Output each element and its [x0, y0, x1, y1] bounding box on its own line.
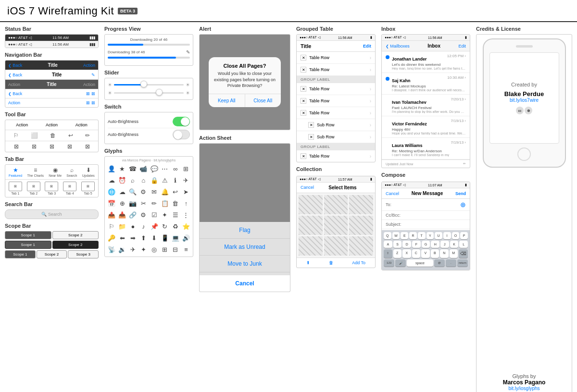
- key-u[interactable]: U: [435, 232, 442, 239]
- collection-cell-7[interactable]: [299, 236, 323, 256]
- tab-nearme[interactable]: ◉ Near Me: [49, 167, 62, 177]
- toolbar-flag-icon[interactable]: ⚐: [13, 132, 19, 139]
- key-y[interactable]: Y: [426, 232, 434, 239]
- collection-cancel-button[interactable]: Cancel: [301, 185, 314, 190]
- collection-cell-3[interactable]: [349, 195, 373, 214]
- inbox-compose-icon[interactable]: ✏: [463, 162, 466, 166]
- key-s[interactable]: S: [393, 241, 402, 248]
- collection-add-to-button[interactable]: Add To: [352, 260, 365, 265]
- switch-toggle-2[interactable]: [173, 130, 190, 139]
- scope-3-btn-1[interactable]: Scope 1: [5, 250, 36, 258]
- collection-cell-5[interactable]: [324, 216, 348, 235]
- key-h[interactable]: H: [431, 241, 439, 248]
- scope-3-btn-3[interactable]: Scope 3: [68, 250, 99, 258]
- key-shift[interactable]: ⇧: [384, 249, 392, 258]
- toolbar-box-3[interactable]: ⊠: [50, 143, 54, 150]
- collection-cell-6[interactable]: [349, 216, 373, 235]
- action-cancel-button[interactable]: Cancel: [200, 275, 290, 292]
- key-q[interactable]: Q: [384, 232, 391, 239]
- tab-box-5[interactable]: ⊠Tab 5: [81, 182, 95, 195]
- tab-charts[interactable]: ≡ The Charts: [27, 167, 44, 177]
- toolbar-box-2[interactable]: ⊠: [32, 143, 37, 150]
- nav-action-2[interactable]: ✎: [91, 73, 95, 77]
- key-123[interactable]: 123: [384, 259, 394, 267]
- key-n[interactable]: N: [440, 249, 449, 258]
- key-j[interactable]: J: [440, 241, 449, 248]
- credits-home-button[interactable]: [517, 147, 531, 161]
- toolbar-action-3[interactable]: Action: [75, 122, 88, 127]
- key-return[interactable]: return: [457, 259, 468, 267]
- key-w[interactable]: W: [392, 232, 400, 239]
- compose-add-recipient[interactable]: ⊕: [460, 201, 466, 208]
- inbox-edit-button[interactable]: Edit: [458, 44, 466, 49]
- toolbar-edit-icon[interactable]: ✏: [85, 132, 90, 139]
- key-x[interactable]: X: [402, 249, 411, 258]
- key-delete[interactable]: ⌫: [459, 249, 468, 258]
- key-z[interactable]: Z: [393, 249, 402, 258]
- toolbar-box-1[interactable]: ⊠: [14, 143, 19, 150]
- key-l[interactable]: L: [459, 241, 468, 248]
- key-dot[interactable]: .: [446, 259, 456, 267]
- tab-featured[interactable]: ★ Featured: [9, 167, 22, 177]
- table-edit-button[interactable]: Edit: [363, 44, 371, 49]
- collection-share-icon[interactable]: ⬆: [306, 260, 310, 265]
- tab-updates[interactable]: ⬇ Updates: [82, 167, 95, 177]
- key-r[interactable]: R: [409, 232, 417, 239]
- alert-closeall-button[interactable]: Close All: [245, 94, 281, 107]
- slider-thumb-1[interactable]: [140, 81, 147, 87]
- search-input[interactable]: 🔍 Search: [5, 209, 99, 219]
- toolbar-box-5[interactable]: ⊠: [85, 143, 90, 150]
- collection-cell-8[interactable]: [324, 236, 348, 256]
- toolbar-reply-icon[interactable]: ↩: [68, 132, 73, 139]
- alert-keepall-button[interactable]: Keep All: [209, 94, 245, 107]
- tab-box-1[interactable]: ⊠Tab 1: [9, 182, 22, 195]
- scope-2-btn-1[interactable]: Scope 1: [5, 241, 51, 249]
- toolbar-box-4[interactable]: ⊠: [67, 143, 72, 150]
- action-unread-item[interactable]: Mark as Unread: [200, 239, 290, 256]
- key-b[interactable]: B: [431, 249, 439, 258]
- compose-cancel-button[interactable]: Cancel: [386, 191, 399, 196]
- action-flag-item[interactable]: Flag: [200, 222, 290, 239]
- key-c[interactable]: C: [412, 249, 421, 258]
- key-f[interactable]: F: [412, 241, 421, 248]
- key-t[interactable]: T: [418, 232, 426, 239]
- tab-box-3[interactable]: ⊠Tab 3: [45, 182, 58, 195]
- progress-edit-icon[interactable]: ✎: [186, 49, 190, 55]
- tab-search[interactable]: ⌕ Search: [66, 167, 77, 177]
- collection-trash-icon[interactable]: 🗑: [329, 260, 333, 265]
- key-a[interactable]: A: [384, 241, 392, 248]
- key-space[interactable]: space: [407, 259, 433, 267]
- collection-cell-2[interactable]: [324, 195, 348, 214]
- switch-toggle-1[interactable]: [173, 117, 190, 126]
- key-d[interactable]: D: [402, 241, 411, 248]
- toolbar-folder-icon[interactable]: ⬜: [31, 132, 38, 139]
- key-m[interactable]: M: [450, 249, 458, 258]
- key-i[interactable]: I: [443, 232, 451, 239]
- scope-1-btn-1[interactable]: Scope 1: [5, 231, 51, 239]
- scope-3-btn-2[interactable]: Scope 2: [37, 250, 67, 258]
- key-v[interactable]: V: [421, 249, 430, 258]
- tab-box-4[interactable]: ⊠Tab 4: [63, 182, 76, 195]
- slider-thumb-2[interactable]: [156, 89, 163, 96]
- collection-cell-4[interactable]: [299, 216, 323, 235]
- compose-send-button[interactable]: Send: [455, 191, 466, 196]
- nav-action-1[interactable]: Action: [83, 63, 95, 68]
- collection-cell-1[interactable]: [299, 195, 323, 214]
- inbox-back-button[interactable]: Mailboxes: [386, 44, 410, 49]
- nav-action-3[interactable]: Action: [83, 82, 95, 87]
- key-at[interactable]: @: [434, 259, 445, 267]
- toolbar-trash-icon[interactable]: 🗑: [50, 132, 56, 139]
- key-p[interactable]: P: [460, 232, 468, 239]
- collection-cell-9[interactable]: [349, 236, 373, 256]
- key-g[interactable]: G: [422, 241, 430, 248]
- toolbar-action-2[interactable]: Action: [46, 122, 58, 127]
- scope-1-btn-2[interactable]: Scope 2: [52, 231, 99, 239]
- scope-2-btn-2[interactable]: Scope 2: [52, 241, 99, 249]
- key-mic[interactable]: 🎤: [395, 259, 406, 267]
- key-o[interactable]: O: [452, 232, 460, 239]
- key-k[interactable]: K: [450, 241, 459, 248]
- tab-box-2[interactable]: ⊠Tab 2: [27, 182, 40, 195]
- action-junk-item[interactable]: Move to Junk: [200, 256, 290, 272]
- key-e[interactable]: E: [401, 232, 408, 239]
- toolbar-action-1[interactable]: Action: [16, 122, 28, 127]
